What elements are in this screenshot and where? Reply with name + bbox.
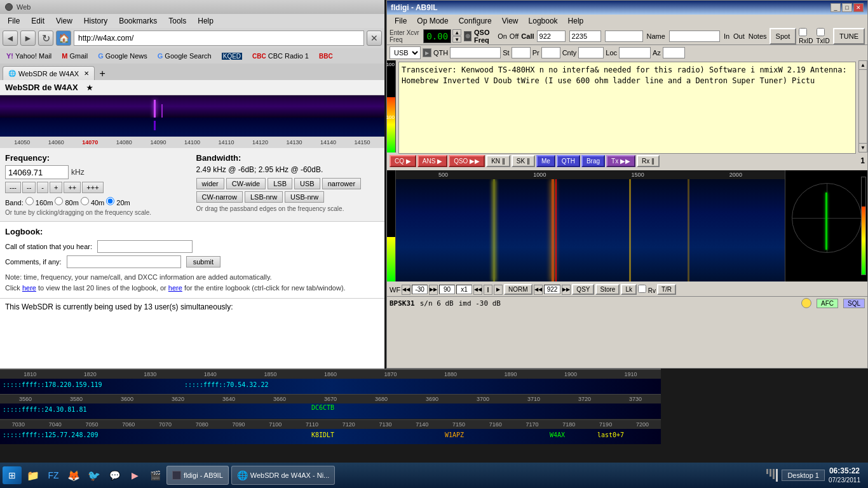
rx-text-area[interactable]: Transceiver: Kenwood TS-480HX n no inter… xyxy=(398,62,856,154)
step-btn-minus3[interactable]: --- xyxy=(5,182,21,193)
fldigi-menu-logbook[interactable]: Logbook xyxy=(524,15,563,27)
mode-toggle-icon[interactable]: ▶ xyxy=(423,48,431,57)
start-button[interactable]: ⊞ xyxy=(3,466,22,484)
wf-nav-left[interactable]: ◀◀ xyxy=(473,285,482,295)
store-button[interactable]: Store xyxy=(595,284,620,295)
fldigi-menu-configure[interactable]: Configure xyxy=(454,15,497,27)
spectrum-top[interactable] xyxy=(0,95,384,118)
wf-nav-left2[interactable]: ◀◀ xyxy=(534,285,543,295)
loc-input[interactable] xyxy=(619,47,651,58)
forward-button[interactable]: ► xyxy=(20,30,36,46)
lk-button[interactable]: Lk xyxy=(621,284,637,295)
menu-history[interactable]: History xyxy=(79,15,112,27)
new-tab-button[interactable]: + xyxy=(96,67,109,80)
macro-qth[interactable]: QTH xyxy=(557,155,580,167)
step-btn-plus3[interactable]: +++ xyxy=(82,182,103,193)
bw-usb-nrw[interactable]: USB-nrw xyxy=(285,191,324,203)
taskbar-chat[interactable]: 💬 xyxy=(105,466,123,484)
desktop-button[interactable]: Desktop 1 xyxy=(782,470,825,481)
pr-input[interactable] xyxy=(541,47,560,58)
menu-view[interactable]: View xyxy=(51,15,78,27)
bw-cw-narrow[interactable]: CW-narrow xyxy=(196,191,243,203)
wf-btn-left1[interactable]: ◀◀ xyxy=(402,285,410,295)
spectrum-waterfall[interactable] xyxy=(0,118,384,137)
macro-cq[interactable]: CQ ▶ xyxy=(390,155,416,167)
minimize-button[interactable]: _ xyxy=(831,3,841,12)
spectrum-display[interactable] xyxy=(0,95,384,137)
taskbar-vlc[interactable]: 🎬 xyxy=(146,466,164,484)
qso-off-input[interactable] xyxy=(569,30,601,42)
call-input[interactable] xyxy=(97,240,193,253)
waterfall-strip-1[interactable]: 1810182018301840185018601870188018901900… xyxy=(0,369,661,393)
txid-label[interactable]: TxID xyxy=(817,28,831,44)
maximize-button[interactable]: □ xyxy=(842,3,852,12)
wf-main[interactable]: 500 1000 1500 2000 xyxy=(396,170,785,281)
macro-qso[interactable]: QSO ▶▶ xyxy=(449,155,485,167)
bookmark-gnews[interactable]: G Google News xyxy=(94,51,151,61)
bw-lsb[interactable]: LSB xyxy=(268,178,292,189)
macro-me[interactable]: Me xyxy=(536,155,555,167)
taskbar-app-websdr[interactable]: 🌐 WebSDR de W4AX - Ni... xyxy=(231,466,336,485)
sql-button[interactable]: SQL xyxy=(843,299,865,308)
step-btn-plus2[interactable]: ++ xyxy=(64,182,81,193)
freq-input[interactable] xyxy=(5,165,69,179)
logbook-link-1[interactable]: here xyxy=(22,284,36,292)
az-input[interactable] xyxy=(663,47,685,58)
submit-button[interactable]: submit xyxy=(186,256,220,268)
qth-input[interactable] xyxy=(450,47,501,58)
freq-scale[interactable]: 14050 14060 14070 14080 14090 14100 1411… xyxy=(0,137,384,148)
wf-norm-btn[interactable]: NORM xyxy=(504,284,532,295)
band-20m[interactable]: 20m xyxy=(106,199,130,207)
menu-bookmarks[interactable]: Bookmarks xyxy=(114,15,162,27)
macro-tx[interactable]: Tx ▶▶ xyxy=(606,155,635,167)
fldigi-menu-help[interactable]: Help xyxy=(563,15,589,27)
xcvr-freq-icon[interactable]: ⊕ xyxy=(464,31,471,41)
waterfall-strip-2[interactable]: 3560358036003620364036603670368036903700… xyxy=(0,394,661,418)
home-button[interactable]: 🏠 xyxy=(56,30,71,46)
menu-file[interactable]: File xyxy=(3,15,25,27)
browser-tab[interactable]: 🌐 WebSDR de W4AX ✕ xyxy=(3,66,95,80)
stop-button[interactable]: ✕ xyxy=(367,30,382,46)
bookmark-bbc[interactable]: BBC xyxy=(315,51,337,61)
tr-button[interactable]: T/R xyxy=(657,284,676,295)
afc-button[interactable]: AFC xyxy=(817,299,838,308)
logbook-link-2[interactable]: here xyxy=(168,284,182,292)
macro-rx[interactable]: Rx ‖ xyxy=(637,155,660,167)
menu-edit[interactable]: Edit xyxy=(26,15,50,27)
fldigi-menu-opmode[interactable]: Op Mode xyxy=(412,15,453,27)
cnty-input[interactable] xyxy=(578,47,604,58)
bw-usb[interactable]: USB xyxy=(294,178,320,189)
tab-close-icon[interactable]: ✕ xyxy=(84,70,89,77)
mode-select-usb[interactable]: USB LSB AM FM xyxy=(390,46,421,59)
menu-help[interactable]: Help xyxy=(193,15,219,27)
scroll-up-btn[interactable]: ▲ xyxy=(859,61,867,70)
qsy-button[interactable]: QSY xyxy=(572,284,594,295)
step-btn-minus2[interactable]: -- xyxy=(22,182,36,193)
spot-button[interactable]: Spot xyxy=(770,28,797,44)
add-bookmark-icon[interactable]: ★ xyxy=(86,84,93,92)
band-80m[interactable]: 80m xyxy=(55,199,78,207)
macro-ans[interactable]: ANS ▶ xyxy=(417,155,447,167)
band-160m[interactable]: 160m xyxy=(25,199,53,207)
st-input[interactable] xyxy=(512,47,531,58)
wf-pause-btn[interactable]: ‖ xyxy=(484,285,492,295)
macro-sk[interactable]: SK ‖ xyxy=(512,155,535,167)
bw-wider[interactable]: wider xyxy=(196,178,224,189)
taskbar-file-manager[interactable]: 📁 xyxy=(24,466,42,484)
taskbar-ftp[interactable]: FZ xyxy=(44,466,62,484)
wf-play-btn[interactable]: ▶ xyxy=(494,285,503,295)
fldigi-menu-view[interactable]: View xyxy=(497,15,524,27)
bookmark-yahoo[interactable]: Y! Yahoo! Mail xyxy=(3,51,55,61)
bw-narrower[interactable]: narrower xyxy=(322,178,361,189)
wf-nav-right2[interactable]: ▶▶ xyxy=(562,285,571,295)
xcvr-down[interactable]: ▼ xyxy=(452,36,461,43)
tune-button[interactable]: TUNE xyxy=(833,28,865,44)
address-bar[interactable] xyxy=(74,30,364,46)
bookmark-kqed[interactable]: KQED xyxy=(218,51,246,61)
bookmark-cbc[interactable]: CBC CBC Radio 1 xyxy=(248,51,313,61)
wf-signal-area[interactable] xyxy=(396,179,785,281)
wf-btn-right1[interactable]: ▶▶ xyxy=(429,285,438,295)
step-btn-minus1[interactable]: - xyxy=(37,182,48,193)
bw-cw-wide[interactable]: CW-wide xyxy=(226,178,266,189)
taskbar-app-fldigi[interactable]: fldigi - AB9IL xyxy=(166,466,229,485)
